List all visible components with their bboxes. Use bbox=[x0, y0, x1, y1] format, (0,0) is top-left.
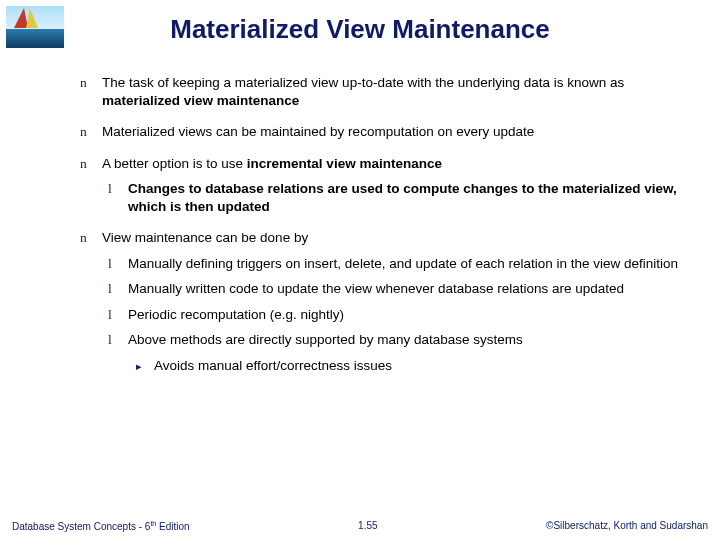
bullet-level1: n View maintenance can be done by bbox=[80, 229, 690, 247]
bullet-mark-triangle: ▸ bbox=[136, 357, 154, 375]
footer-left: Database System Concepts - 6th Edition bbox=[12, 520, 190, 532]
bullet-text: Manually defining triggers on insert, de… bbox=[128, 255, 678, 273]
logo-image bbox=[6, 6, 64, 48]
bullet-level1: n The task of keeping a materialized vie… bbox=[80, 74, 690, 109]
bullet-mark-l: l bbox=[108, 255, 128, 273]
bullet-level3: ▸ Avoids manual effort/correctness issue… bbox=[136, 357, 690, 375]
bullet-level2: l Above methods are directly supported b… bbox=[108, 331, 690, 349]
bullet-mark-n: n bbox=[80, 74, 102, 109]
bullet-mark-n: n bbox=[80, 229, 102, 247]
slide-footer: Database System Concepts - 6th Edition 1… bbox=[0, 520, 720, 532]
bullet-text: Above methods are directly supported by … bbox=[128, 331, 523, 349]
bullet-text: The task of keeping a materialized view … bbox=[102, 74, 690, 109]
bullet-text: Periodic recomputation (e.g. nightly) bbox=[128, 306, 344, 324]
bullet-text: Changes to database relations are used t… bbox=[128, 180, 690, 215]
footer-page-number: 1.55 bbox=[358, 520, 377, 532]
bullet-text: A better option is to use incremental vi… bbox=[102, 155, 442, 173]
bullet-mark-l: l bbox=[108, 331, 128, 349]
bullet-text: Materialized views can be maintained by … bbox=[102, 123, 534, 141]
bullet-mark-l: l bbox=[108, 280, 128, 298]
bullet-level1: n A better option is to use incremental … bbox=[80, 155, 690, 173]
bullet-level2: l Changes to database relations are used… bbox=[108, 180, 690, 215]
slide-body: n The task of keeping a materialized vie… bbox=[80, 74, 690, 383]
bullet-level2: l Periodic recomputation (e.g. nightly) bbox=[108, 306, 690, 324]
bullet-mark-n: n bbox=[80, 155, 102, 173]
bullet-text: Avoids manual effort/correctness issues bbox=[154, 357, 392, 375]
bullet-text: Manually written code to update the view… bbox=[128, 280, 624, 298]
bullet-mark-n: n bbox=[80, 123, 102, 141]
slide-title: Materialized View Maintenance bbox=[0, 0, 720, 45]
bullet-level2: l Manually defining triggers on insert, … bbox=[108, 255, 690, 273]
footer-copyright: ©Silberschatz, Korth and Sudarshan bbox=[546, 520, 708, 532]
bullet-mark-l: l bbox=[108, 180, 128, 215]
bullet-text: View maintenance can be done by bbox=[102, 229, 308, 247]
bullet-level2: l Manually written code to update the vi… bbox=[108, 280, 690, 298]
bullet-mark-l: l bbox=[108, 306, 128, 324]
bullet-level1: n Materialized views can be maintained b… bbox=[80, 123, 690, 141]
